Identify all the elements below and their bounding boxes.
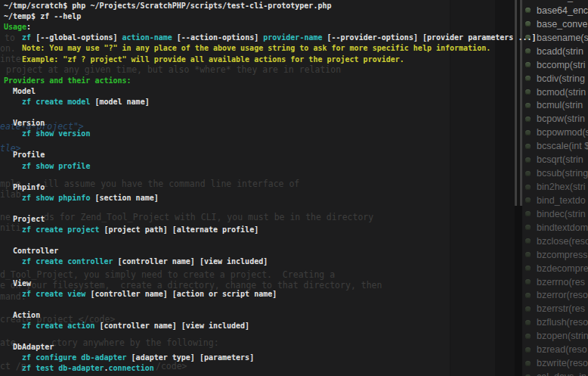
terminal-line: Example: "zf ? project" will provide all… <box>4 55 404 64</box>
terminal-line: zf create action [controller name] [view… <box>4 322 249 331</box>
terminal-line: Providers and their actions: <box>4 76 132 85</box>
terminal-line: zf create controller [controller name] [… <box>4 257 268 266</box>
terminal-line: DbAdapter <box>4 343 54 352</box>
terminal-line: Action <box>4 311 40 320</box>
terminal-line: Phpinfo <box>4 183 45 192</box>
terminal-line: Controller <box>4 247 58 256</box>
terminal-line: Project <box>4 215 45 224</box>
terminal-line: zf test db-adapter.connection <box>4 364 154 373</box>
terminal-line: Usage: <box>4 23 31 32</box>
terminal-line: zf create view [controller name] [action… <box>4 290 277 299</box>
terminal-line: Note: You may use "?" in any place of th… <box>4 44 491 53</box>
terminal-line: zf show version <box>4 129 90 138</box>
terminal-line: Version <box>4 119 45 128</box>
terminal-line: ~/temp$ zf --help <box>4 12 81 21</box>
terminal-line: zf show profile <box>4 162 90 171</box>
terminal-line: ~/tmp/scratch$ php ~/Projects/ScratchPHP… <box>4 2 331 11</box>
terminal-line: Profile <box>4 151 45 160</box>
terminal-line: zf [--global-options] action-name [--act… <box>4 33 536 42</box>
terminal-line: zf create project [project path] [altern… <box>4 225 258 235</box>
terminal-screen[interactable]: ~/tmp/scratch$ php ~/Projects/ScratchPHP… <box>0 0 588 376</box>
terminal-line: zf configure db-adapter [adapter type] [… <box>4 353 254 362</box>
terminal-line: View <box>4 279 31 288</box>
terminal-line: Model <box>4 87 36 96</box>
screen: toon.interproject at any given time, but… <box>0 0 588 376</box>
terminal-line: zf show phpinfo [section name] <box>4 194 159 203</box>
terminal-line: zf create model [model name] <box>4 98 150 107</box>
